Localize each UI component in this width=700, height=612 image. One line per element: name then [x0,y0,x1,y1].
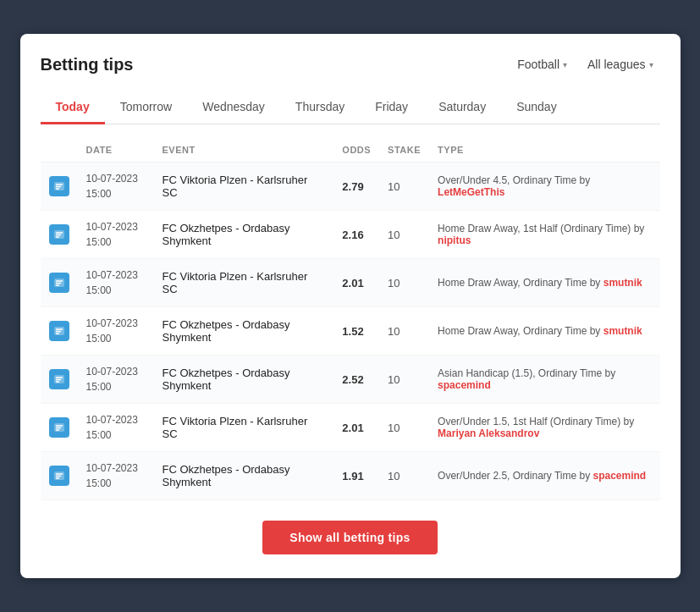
tab-saturday[interactable]: Saturday [423,91,501,124]
type-cell: Over/Under 1.5, 1st Half (Ordinary Time)… [429,404,659,452]
type-cell: Home Draw Away, 1st Half (Ordinary Time)… [429,211,659,259]
table-row: 10-07-202315:00FC Okzhetpes - Ordabasy S… [41,452,660,500]
odds-cell: 2.16 [333,211,379,259]
bet-icon [49,417,69,438]
bet-icon [49,224,69,245]
type-text: Over/Under 1.5, 1st Half (Ordinary Time)… [438,416,634,427]
date-cell: 10-07-202315:00 [78,307,154,356]
username-link[interactable]: spacemind [438,379,491,391]
stake-cell: 10 [379,452,429,500]
date-cell: 10-07-202315:00 [78,404,154,452]
event-cell: FC Okzhetpes - Ordabasy Shymkent [154,356,334,404]
username-link[interactable]: Mariyan Aleksandrov [438,427,539,439]
type-text: Over/Under 2.5, Ordinary Time by [438,470,593,482]
type-text: Over/Under 4.5, Ordinary Time by [438,174,590,186]
event-cell: FC Okzhetpes - Ordabasy Shymkent [154,211,334,259]
league-filter-arrow-icon: ▾ [649,60,653,69]
league-filter-label: All leagues [587,58,646,71]
bet-icon-cell [41,163,78,211]
date-cell: 10-07-202315:00 [78,356,154,404]
type-cell: Over/Under 4.5, Ordinary Time by LetMeGe… [429,163,659,211]
table-row: 10-07-202315:00FC Viktoria Plzen - Karls… [41,163,660,211]
type-text: Asian Handicap (1.5), Ordinary Time by [438,367,615,379]
event-cell: FC Viktoria Plzen - Karlsruher SC [154,163,334,211]
tab-friday[interactable]: Friday [360,91,423,124]
stake-cell: 10 [379,211,429,259]
stake-cell: 10 [379,163,429,211]
event-cell: FC Okzhetpes - Ordabasy Shymkent [154,307,334,356]
event-cell: FC Okzhetpes - Ordabasy Shymkent [154,452,334,500]
bet-icon-cell [41,356,78,404]
col-header-odds: ODDS [333,138,379,163]
table-row: 10-07-202315:00FC Okzhetpes - Ordabasy S… [41,211,660,259]
username-link[interactable]: spacemind [593,470,646,482]
bet-icon-cell [41,211,78,259]
table-row: 10-07-202315:00FC Viktoria Plzen - Karls… [41,404,660,452]
type-cell: Home Draw Away, Ordinary Time by smutnik [429,307,659,356]
card-header: Betting tips Football ▾ All leagues ▾ [41,54,660,74]
sport-filter-arrow-icon: ▾ [563,60,567,69]
type-cell: Asian Handicap (1.5), Ordinary Time by s… [429,356,659,404]
bet-icon [49,176,69,196]
odds-cell: 2.79 [333,163,379,211]
stake-cell: 10 [379,307,429,356]
tab-sunday[interactable]: Sunday [501,91,571,124]
date-cell: 10-07-202315:00 [78,163,154,211]
table-body: 10-07-202315:00FC Viktoria Plzen - Karls… [41,163,660,500]
username-link[interactable]: LetMeGetThis [438,186,504,198]
league-filter[interactable]: All leagues ▾ [581,54,660,74]
bet-icon [49,466,69,486]
bet-icon [49,273,69,293]
table-header-row: DATEEVENTODDSSTAKETYPE [41,138,660,163]
username-link[interactable]: smutnik [604,325,642,337]
betting-tips-card: Betting tips Football ▾ All leagues ▾ To… [20,34,681,578]
show-all-button[interactable]: Show all betting tips [262,521,437,554]
table-row: 10-07-202315:00FC Okzhetpes - Ordabasy S… [41,307,660,356]
tab-today[interactable]: Today [41,91,105,124]
bet-icon-cell [41,452,78,500]
odds-cell: 2.01 [333,259,379,307]
col-header-icon [41,138,78,163]
col-header-event: EVENT [154,138,334,163]
date-cell: 10-07-202315:00 [78,452,154,500]
table-row: 10-07-202315:00FC Viktoria Plzen - Karls… [41,259,660,307]
stake-cell: 10 [379,404,429,452]
date-cell: 10-07-202315:00 [78,211,154,259]
type-cell: Home Draw Away, Ordinary Time by smutnik [429,259,659,307]
stake-cell: 10 [379,259,429,307]
tab-tomorrow[interactable]: Tomorrow [105,91,187,124]
bet-icon [49,369,69,389]
type-text: Home Draw Away, Ordinary Time by [438,325,604,337]
username-link[interactable]: smutnik [604,277,642,289]
bet-icon [49,321,69,341]
sport-filter-label: Football [517,58,559,71]
col-header-type: TYPE [429,138,659,163]
page-title: Betting tips [41,55,134,74]
odds-cell: 1.52 [333,307,379,356]
bet-icon-cell [41,259,78,307]
tab-thursday[interactable]: Thursday [280,91,360,124]
table-row: 10-07-202315:00FC Okzhetpes - Ordabasy S… [41,356,660,404]
col-header-stake: STAKE [379,138,429,163]
stake-cell: 10 [379,356,429,404]
event-cell: FC Viktoria Plzen - Karlsruher SC [154,404,334,452]
date-cell: 10-07-202315:00 [78,259,154,307]
col-header-date: DATE [78,138,154,163]
bet-icon-cell [41,404,78,452]
odds-cell: 2.52 [333,356,379,404]
betting-table: DATEEVENTODDSSTAKETYPE 10-07-202315:00FC… [41,138,660,500]
bet-icon-cell [41,307,78,356]
type-cell: Over/Under 2.5, Ordinary Time by spacemi… [429,452,659,500]
type-text: Home Draw Away, 1st Half (Ordinary Time)… [438,223,644,234]
username-link[interactable]: nipitus [438,234,471,246]
odds-cell: 1.91 [333,452,379,500]
event-cell: FC Viktoria Plzen - Karlsruher SC [154,259,334,307]
tabs-container: TodayTomorrowWednesdayThursdayFridaySatu… [41,91,660,124]
tab-wednesday[interactable]: Wednesday [187,91,280,124]
odds-cell: 2.01 [333,404,379,452]
type-text: Home Draw Away, Ordinary Time by [438,277,604,289]
header-filters: Football ▾ All leagues ▾ [510,54,659,74]
sport-filter[interactable]: Football ▾ [510,54,574,74]
